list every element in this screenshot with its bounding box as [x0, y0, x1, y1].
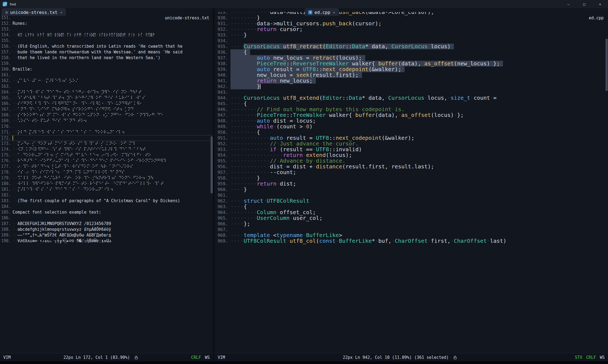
scrollbar-thumb-left[interactable]	[211, 136, 213, 193]
unlock-icon[interactable]	[453, 355, 457, 360]
encoding-indicator[interactable]: STX	[575, 355, 582, 360]
maximize-button[interactable]: □	[576, 0, 592, 8]
code-line-962[interactable]: 962.····struct·UTF8ColResult	[214, 198, 608, 204]
tab-unicode-stress-txt[interactable]: ≡ unicode-stress.txt ✕	[2, 8, 66, 16]
line-text: ····struct·UTF8ColResult	[230, 198, 309, 204]
code-line-163[interactable]: 163.	[0, 84, 213, 89]
code-line-955[interactable]: 955.············//·Advance·by·distance.	[214, 158, 608, 164]
code-line-958[interactable]: 958.········}	[214, 175, 608, 181]
code-line-930[interactable]: 930.········}	[214, 15, 608, 21]
line-ending-indicator[interactable]: CRLF	[586, 355, 596, 360]
code-line-184[interactable]: 184.	[0, 204, 213, 210]
code-line-947[interactable]: 947.········PieceTree::TreeWalker·walker…	[214, 112, 608, 118]
code-line-961[interactable]: 961.	[214, 192, 608, 198]
code-line-931[interactable]: 931.········data->multi_cursors.push_bac…	[214, 21, 608, 26]
code-line-943[interactable]: 943.	[214, 89, 608, 95]
code-line-175[interactable]: 175.··⠁·⠙⠕⠕⠗⠤⠝⠁⠊⠇⠲·⡊·⠍⠊⠣⠞·⠙⠁⠧⠑·⠃⠑⠲·⠔⠊⠇⠔⠫…	[0, 152, 213, 158]
code-line-942[interactable]: 942.········}	[214, 84, 608, 89]
code-line-951[interactable]: 951.············auto·result·=·UTF8::next…	[214, 135, 608, 141]
unlock-icon[interactable]	[134, 355, 138, 360]
tab-ed-cpp[interactable]: + ed.cpp ✕	[305, 8, 339, 16]
code-line-939[interactable]: 939.········auto·result·=·UTF8::next_cod…	[214, 66, 608, 72]
code-line-946[interactable]: 946.········//·Find·out·how·many·bytes·t…	[214, 107, 608, 112]
code-line-169[interactable]: 169.··⠡⠕⠎⠑·⠞⠕·⠏⠥⠞·⠙⠊⠎·⠙⠁⠝⠙·⠞⠕⠲	[0, 118, 213, 124]
tab-close-icon[interactable]: ✕	[333, 10, 335, 14]
code-line-153[interactable]: 153.	[0, 26, 213, 32]
code-line-950[interactable]: 950.········{	[214, 129, 608, 135]
code-line-181[interactable]: 181.··⡍⠜⠇⠑⠹·⠺⠁⠎·⠁⠎·⠙⠑⠁⠙·⠁⠎·⠁·⠙⠕⠕⠗⠤⠝⠁⠊⠇⠲	[0, 187, 213, 192]
line-ending-indicator[interactable]: CRLF	[191, 355, 201, 360]
code-line-969[interactable]: 969.····UTF8ColResult·utf8_col(const·Buf…	[214, 238, 608, 244]
code-line-156[interactable]: 156.··(Old·English,·which·transcribed·in…	[0, 44, 213, 49]
line-number: 157.	[0, 49, 11, 55]
code-line-171[interactable]: 171.··⡕⠇⠙·⡍⠜⠇⠑⠹·⠺⠁⠎·⠁⠎·⠙⠑⠁⠙·⠁⠎·⠁·⠙⠕⠕⠗⠤⠝⠁…	[0, 129, 213, 135]
code-line-186[interactable]: 186.	[0, 215, 213, 221]
code-line-956[interactable]: 956.············dist·=·dist·+·distance(r…	[214, 164, 608, 169]
code-line-161[interactable]: 161.	[0, 72, 213, 78]
code-line-165[interactable]: 165.··⠱⠁⠞⠑⠧⠻·⠁⠃⠳⠞·⠹⠁⠞⠲·⡹⠑·⠗⠑⠛⠊⠌⠻·⠕⠋·⠙⠊⠎·…	[0, 95, 213, 101]
code-line-948[interactable]: 948.········auto·dist·=·locus;	[214, 118, 608, 124]
code-line-152[interactable]: 152.Runes:	[0, 21, 213, 26]
code-line-190[interactable]: 190.··∀∂∈ℝ∧∪≡∞·↑↗↨↻⇣·┐┼╔╘░►☺♀·ﬁ�⑀₂ἠḂӥẄɐː…	[0, 238, 213, 244]
scrollbar-thumb-right[interactable]	[606, 39, 608, 91]
code-line-189[interactable]: 189.··–—‘“”„†•…‰™œŠŸž€·ΑΒΓΔΩαβγδω·АБВГДа…	[0, 232, 213, 238]
code-line-160[interactable]: 160.Braille:	[0, 66, 213, 72]
text-viewport-right[interactable]: 929.············data->multi_cursors.push…	[214, 12, 608, 353]
text-viewport-left[interactable]: 150.··እግርህን·በፍራሽህ·ልክ·ዘርጋ።151.152.Runes:1…	[0, 12, 213, 353]
code-line-188[interactable]: 188.··abcdefghijklmnopqrstuvwxyz·£©µÀÆÖÞ…	[0, 227, 213, 232]
code-line-178[interactable]: 178.··⠊⠎·⠔·⠹⠑·⠎⠊⠍⠊⠇⠑⠆·⠁⠝⠙·⠍⠹·⠥⠝⠙⠁⠇⠇⠪⠫·⠙⠁…	[0, 169, 213, 175]
code-line-187[interactable]: 187.··ABCDEFGHIJKLMNOPQRSTUVWXYZ·/012345…	[0, 221, 213, 227]
code-line-965[interactable]: 965.········UserColumn·user_col;	[214, 215, 608, 221]
code-line-179[interactable]: 179.··⠩⠁⠇⠇·⠝⠕⠞·⠙⠊⠌⠥⠗⠃·⠊⠞⠂·⠕⠗·⠹⠑·⡊⠳⠝⠞⠗⠹⠰⠎…	[0, 175, 213, 181]
code-line-945[interactable]: 945.····{	[214, 101, 608, 107]
code-line-164[interactable]: 164.··⡍⠜⠇⠑⠹·⠺⠁⠎·⠙⠑⠁⠙⠒·⠞⠕·⠃⠑⠛⠔·⠺⠊⠹⠲·⡹⠻⠑·⠊…	[0, 89, 213, 95]
code-line-170[interactable]: 170.	[0, 124, 213, 129]
code-line-957[interactable]: 957.············--count;	[214, 169, 608, 175]
whitespace-indicator[interactable]: WS	[600, 355, 605, 360]
minimize-button[interactable]: –	[561, 0, 576, 8]
code-line-933[interactable]: 933.····}	[214, 32, 608, 38]
code-line-936[interactable]: 936.····{	[214, 49, 608, 55]
code-line-941[interactable]: 941.········return·new_locus;	[214, 78, 608, 84]
code-line-966[interactable]: 966.····};	[214, 221, 608, 227]
code-line-960[interactable]: 960.····}	[214, 187, 608, 192]
close-button[interactable]: ✕	[592, 0, 608, 8]
code-line-176[interactable]: 176.··⠗⠑⠛⠜⠙·⠁·⠊⠕⠋⠋⠔⠤⠝⠁⠊⠇·⠁⠎·⠹⠑·⠙⠑⠁⠙⠑⠌·⠏⠊…	[0, 158, 213, 164]
code-line-968[interactable]: 968.····template·<typename·BufferLike>	[214, 232, 608, 238]
code-line-959[interactable]: 959.········return·dist;	[214, 181, 608, 187]
code-line-952[interactable]: 952.············//·Just·advance·the·curs…	[214, 141, 608, 147]
code-line-932[interactable]: 932.········return·cursor;	[214, 26, 608, 32]
code-line-166[interactable]: 166.··⠎⠊⠛⠝⠫·⠃⠹·⠹⠑·⠊⠇⠻⠛⠹⠍⠁⠝⠂·⠹⠑·⠊⠇⠻⠅⠂·⠹⠑·…	[0, 101, 213, 107]
code-line-155[interactable]: 155.	[0, 38, 213, 44]
code-line-937[interactable]: 937.········auto·new_locus·=·retract(loc…	[214, 55, 608, 61]
code-line-183[interactable]: 183.··(The·first·couple·of·paragraphs·of…	[0, 198, 213, 204]
code-line-180[interactable]: 180.··⠺⠊⠇⠇·⠹⠻⠑⠋⠕⠗⠑·⠏⠻⠍⠊⠞·⠍⠑·⠞⠕·⠗⠑⠏⠑⠁⠞⠂·⠑…	[0, 181, 213, 187]
code-line-159[interactable]: 159.	[0, 61, 213, 66]
code-line-162[interactable]: 162.··⡌⠁⠧⠑·⠼⠁⠒··⡍⠜⠇⠑⠹⠰⠎·⡣⠕⠌	[0, 78, 213, 84]
code-line-182[interactable]: 182.	[0, 192, 213, 198]
code-line-185[interactable]: 185.Compact·font·selection·example·text:	[0, 210, 213, 215]
code-line-949[interactable]: 949.········while·(count·>·0)	[214, 124, 608, 129]
code-line-173[interactable]: 173.··⡍⠔⠙⠖·⡊·⠙⠕⠝⠰⠞·⠍⠑⠁⠝·⠞⠕·⠎⠁⠹·⠹⠁⠞·⡊·⠅⠝⠪…	[0, 141, 213, 147]
code-line-967[interactable]: 967.	[214, 227, 608, 232]
code-line-172[interactable]: 172.	[0, 135, 213, 141]
code-line-944[interactable]: 944.····CursorLocus·utf8_extend(Editor::…	[214, 95, 608, 101]
code-line-934[interactable]: 934.	[214, 38, 608, 44]
code-line-167[interactable]: 167.··⠁⠝⠙·⠹⠑·⠡⠊⠑⠋·⠍⠳⠗⠝⠻⠲·⡎⠊⠗⠕⠕⠛⠑·⠎⠊⠛⠝⠫·⠊…	[0, 107, 213, 112]
code-line-935[interactable]: 935.····CursorLocus·utf8_retract(Editor:…	[214, 44, 608, 49]
code-line-963[interactable]: 963.····{	[214, 204, 608, 210]
whitespace-indicator[interactable]: WS	[205, 355, 210, 360]
code-line-964[interactable]: 964.········Column·offset_col;	[214, 210, 608, 215]
code-line-154[interactable]: 154.··ᚻᛖ·ᚳᚹᚫᚦ·ᚦᚫᛏ·ᚻᛖ·ᛒᚢᛞᛖ·ᚩᚾ·ᚦᚫᛗ·ᛚᚪᚾᛞᛖ·ᚾ…	[0, 32, 213, 38]
code-line-157[interactable]: 157.··bude·thaem·lande·northweardum·with…	[0, 49, 213, 55]
code-line-177[interactable]: 177.··⠔·⠹⠑·⠞⠗⠁⠙⠑⠲·⡃⠥⠞·⠹⠑·⠺⠊⠎⠙⠕⠍·⠕⠋·⠳⠗·⠁⠝…	[0, 164, 213, 169]
code-line-168[interactable]: 168.··⡎⠊⠗⠕⠕⠛⠑⠰⠎·⠝⠁⠍⠑·⠺⠁⠎·⠛⠕⠕⠙·⠥⠏⠕⠝·⠰⡡⠁⠝⠛…	[0, 112, 213, 118]
code-line-954[interactable]: 954.················return·extend(locus)…	[214, 152, 608, 158]
code-line-953[interactable]: 953.············if·(result·==·UTF8::inva…	[214, 147, 608, 152]
code-line-938[interactable]: 938.········PieceTree::ReverseTreeWalker…	[214, 61, 608, 66]
code-line-174[interactable]: 174.··⠪⠝·⠅⠝⠪⠇⠫⠛⠑⠂·⠱⠁⠞·⠹⠻⠑·⠊⠎·⠏⠜⠞⠊⠊⠊⠥⠇⠜⠇⠹…	[0, 147, 213, 152]
code-line-940[interactable]: 940.········new_locus·=·seek(result.firs…	[214, 72, 608, 78]
tab-close-icon[interactable]: ✕	[60, 10, 62, 14]
code-line-158[interactable]: 158.··that·he·lived·in·the·northern·land…	[0, 55, 213, 61]
code-line-929[interactable]: 929.············data->multi_cursors.push…	[214, 12, 608, 15]
